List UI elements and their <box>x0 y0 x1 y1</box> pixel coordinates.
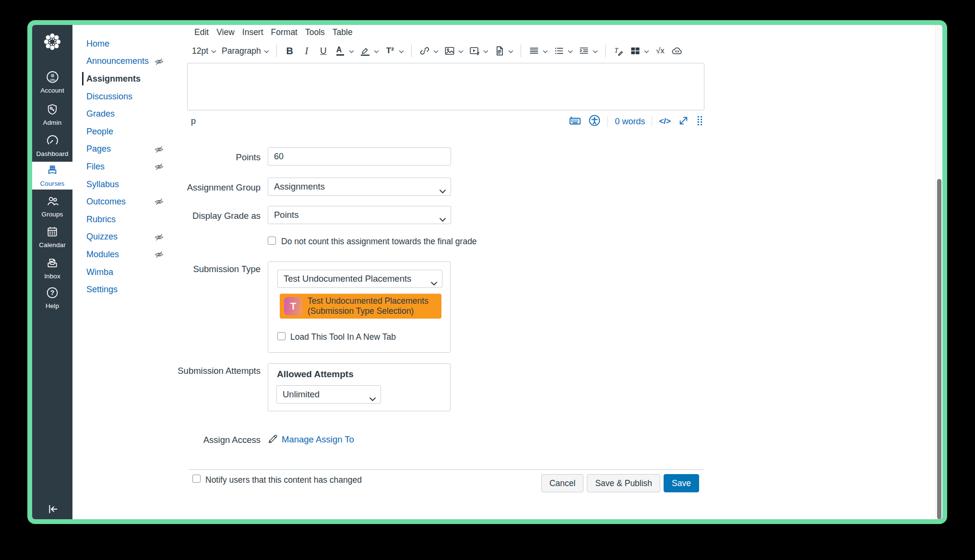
paragraph-style-dropdown[interactable]: Paragraph <box>222 46 269 56</box>
menu-edit[interactable]: Edit <box>194 27 209 37</box>
indent-button[interactable] <box>578 45 598 57</box>
load-in-new-tab-checkbox[interactable] <box>277 332 285 340</box>
inbox-icon <box>46 262 59 271</box>
chevron-down-icon <box>440 185 446 196</box>
eye-off-icon <box>155 233 164 244</box>
collapse-arrow-icon <box>46 502 59 516</box>
nav-dashboard[interactable]: Dashboard <box>32 131 72 157</box>
global-navigation: Account Admin Dashboard <box>32 25 72 519</box>
eye-off-icon <box>155 57 164 69</box>
notify-users-checkbox[interactable] <box>192 475 201 483</box>
nav-inbox[interactable]: Inbox <box>32 254 72 280</box>
underline-button[interactable]: U <box>318 45 329 57</box>
superscript-button[interactable]: T² <box>384 45 404 57</box>
course-nav-home[interactable]: Home <box>86 35 197 53</box>
element-path-indicator[interactable]: p <box>191 116 196 126</box>
toolbar-divider <box>411 45 412 57</box>
submission-type-select[interactable]: Test Undocumented Placements <box>277 270 442 288</box>
toolbar-divider <box>605 45 606 57</box>
chevron-down-icon <box>349 47 354 55</box>
keyboard-shortcuts-button[interactable] <box>569 114 582 129</box>
course-nav-people[interactable]: People <box>86 123 197 141</box>
lti-tool-button[interactable]: T Test Undocumented Placements (Submissi… <box>280 294 441 319</box>
nav-account[interactable]: Account <box>32 68 72 94</box>
save-and-publish-button[interactable]: Save & Publish <box>587 474 660 492</box>
link-button[interactable] <box>419 45 439 57</box>
align-icon <box>528 45 540 57</box>
rich-text-editor-body[interactable] <box>187 63 704 110</box>
clear-formatting-icon: T <box>613 45 624 57</box>
accessibility-icon <box>588 114 601 127</box>
document-button[interactable] <box>494 45 513 57</box>
image-button[interactable] <box>444 45 464 57</box>
menu-tools[interactable]: Tools <box>305 27 325 37</box>
bold-button[interactable]: B <box>284 45 296 57</box>
allowed-attempts-heading: Allowed Attempts <box>277 369 354 380</box>
save-button[interactable]: Save <box>664 474 699 492</box>
course-nav-discussions[interactable]: Discussions <box>86 88 197 106</box>
nav-help[interactable]: ? Help <box>32 284 72 310</box>
nav-groups[interactable]: Groups <box>32 192 72 218</box>
course-nav-announcements[interactable]: Announcements <box>86 53 197 71</box>
font-size-dropdown[interactable]: 12pt <box>192 46 216 56</box>
course-nav-modules[interactable]: Modules <box>86 246 197 263</box>
nav-help-label: Help <box>32 302 72 310</box>
assignment-group-select[interactable]: Assignments <box>268 178 451 196</box>
course-nav-settings[interactable]: Settings <box>86 281 197 298</box>
equation-button[interactable]: √x <box>654 45 666 57</box>
resize-handle[interactable] <box>696 115 703 128</box>
eye-off-icon <box>155 250 164 262</box>
allowed-attempts-select[interactable]: Unlimited <box>276 385 381 404</box>
scrollbar-thumb[interactable] <box>937 179 941 519</box>
indent-icon <box>578 45 590 57</box>
active-indicator <box>82 72 83 85</box>
chevron-down-icon <box>431 277 437 288</box>
account-icon <box>46 77 59 85</box>
canvas-logo[interactable] <box>32 31 72 55</box>
drag-dots-icon <box>696 115 703 126</box>
manage-assign-to-link[interactable]: Manage Assign To <box>282 434 354 445</box>
italic-button[interactable]: I <box>301 45 312 57</box>
nav-account-label: Account <box>32 87 72 94</box>
table-button[interactable] <box>630 45 649 57</box>
media-button[interactable] <box>469 45 488 57</box>
points-input[interactable] <box>268 147 451 166</box>
nav-courses-label: Courses <box>32 180 72 187</box>
tool-logo-icon: T <box>284 297 302 315</box>
courses-icon <box>46 170 59 178</box>
align-button[interactable] <box>528 45 548 57</box>
collapse-sidebar-button[interactable] <box>32 502 72 518</box>
fullscreen-button[interactable] <box>678 115 690 129</box>
keyboard-icon <box>569 114 582 127</box>
apps-button[interactable] <box>671 45 683 57</box>
highlight-color-button[interactable] <box>359 45 379 57</box>
accessibility-checker-button[interactable] <box>588 114 601 129</box>
menu-view[interactable]: View <box>216 27 235 37</box>
equation-icon: √x <box>654 45 666 57</box>
table-icon <box>630 45 641 57</box>
course-nav-assignments[interactable]: Assignments <box>86 70 197 88</box>
display-grade-select[interactable]: Points <box>268 206 451 224</box>
menu-table[interactable]: Table <box>333 27 353 37</box>
word-count[interactable]: 0 words <box>615 117 645 127</box>
text-color-icon: A <box>334 45 346 57</box>
clear-formatting-button[interactable]: T <box>613 45 624 57</box>
nav-calendar[interactable]: Calendar <box>32 223 72 249</box>
chevron-down-icon <box>644 47 649 55</box>
scrollbar-track[interactable] <box>935 25 942 519</box>
list-button[interactable] <box>553 45 573 57</box>
course-nav-quizzes[interactable]: Quizzes <box>86 228 197 246</box>
html-editor-button[interactable]: </> <box>659 117 671 126</box>
nav-courses[interactable]: Courses <box>32 162 72 190</box>
omit-final-grade-checkbox[interactable] <box>268 237 276 245</box>
nav-admin[interactable]: Admin <box>32 101 72 126</box>
text-color-button[interactable]: A <box>334 45 354 57</box>
cancel-button[interactable]: Cancel <box>541 474 583 492</box>
menu-insert[interactable]: Insert <box>242 27 263 37</box>
menu-format[interactable]: Format <box>271 27 297 37</box>
dashboard-icon <box>46 140 59 148</box>
chevron-down-icon <box>508 47 513 55</box>
course-nav-outcomes[interactable]: Outcomes <box>86 193 197 211</box>
course-nav-grades[interactable]: Grades <box>86 105 197 123</box>
chevron-down-icon <box>593 47 598 55</box>
